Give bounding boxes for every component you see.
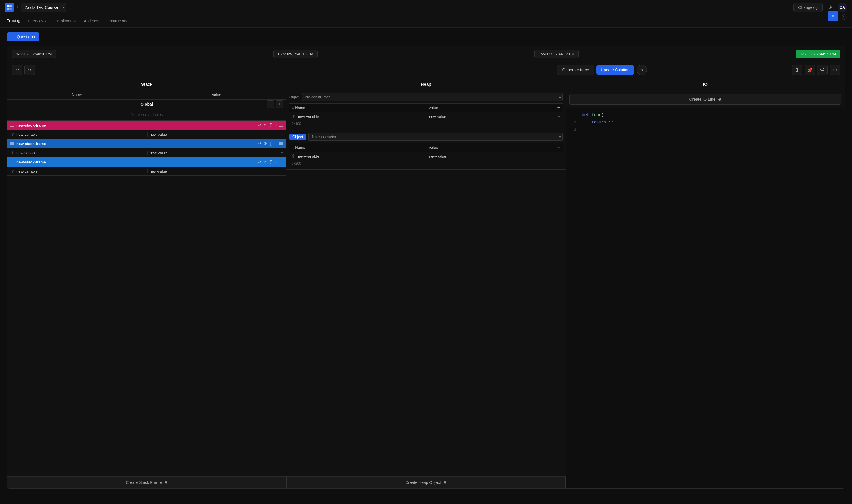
heap-col-value-1: Value: [426, 145, 557, 149]
frame-row-add-1[interactable]: +: [281, 150, 283, 155]
frame-json-icon-2[interactable]: {}: [270, 160, 272, 164]
frame-add-icon-2[interactable]: +: [275, 160, 277, 164]
close-button[interactable]: ✕: [637, 65, 647, 75]
frame-return-icon-0[interactable]: ↵: [258, 123, 261, 127]
io-content: Create IO Line ⊕ 1 def foo(): 2: [566, 90, 845, 488]
frame-refresh-icon-2[interactable]: ⟳: [264, 160, 267, 164]
heap-obj-constructor-1[interactable]: No constructor: [308, 133, 563, 141]
frame-drag-right-2[interactable]: [279, 161, 283, 163]
svg-rect-3: [10, 8, 12, 10]
heap-row-delete-1[interactable]: 🗑: [292, 154, 296, 159]
heap-object-1: Object No constructor ≡ Name Value +: [287, 130, 565, 170]
timeline-item-3[interactable]: 1/2/2025, 7:44:19 PM: [796, 50, 840, 58]
frame-row-delete-2[interactable]: 🗑: [10, 169, 14, 174]
nav-item-interviews[interactable]: Interviews: [28, 19, 46, 24]
nav-item-anticheat[interactable]: Anticheat: [84, 19, 101, 24]
frame-row-value-2: new-value: [148, 169, 281, 174]
heap-row-add-1[interactable]: +: [558, 154, 560, 159]
stack-col-headers: Name Value: [7, 90, 286, 100]
drag-handle-2[interactable]: [10, 161, 14, 163]
course-selector[interactable]: Zaid's Test Course ▾: [21, 3, 67, 12]
global-add-button[interactable]: +: [276, 101, 283, 108]
delete-button[interactable]: 🗑: [792, 65, 802, 75]
global-header: Global {} +: [7, 100, 286, 109]
code-line-1: 1 def foo():: [570, 112, 840, 119]
frame-drag-right-0[interactable]: [279, 124, 283, 127]
frame-header-2: new-stack-frame ↵ ⟳ {} +: [7, 157, 286, 166]
frame-refresh-icon-0[interactable]: ⟳: [264, 123, 267, 127]
heap-row-1: 🗑 new-variable new-value +: [289, 152, 563, 160]
heap-col-headers-0: ≡ Name Value +: [289, 103, 563, 112]
create-io-line-button[interactable]: Create IO Line ⊕: [569, 94, 841, 105]
settings-button[interactable]: ⚙: [830, 65, 840, 75]
heap-col-value-0: Value: [426, 106, 557, 110]
heap-row-delete-0[interactable]: 🗑: [292, 114, 296, 119]
pin-button[interactable]: 📌: [804, 65, 815, 75]
drag-handle-1[interactable]: [10, 142, 14, 145]
nav-item-tracing[interactable]: Tracing: [7, 18, 20, 24]
frame-add-icon-1[interactable]: +: [275, 141, 277, 146]
io-title: IO: [566, 78, 845, 90]
sun-settings-button[interactable]: 🌤: [817, 65, 828, 75]
heap-drag-1[interactable]: ≡: [292, 145, 294, 150]
heap-row-name-0: new-variable: [298, 114, 427, 119]
create-heap-object-button[interactable]: Create Heap Object ⊕: [287, 476, 565, 488]
toolbar-row: ↩ ↪ Generate trace Update Solution ✕ 🗑 📌…: [7, 62, 845, 78]
changelog-button[interactable]: Changelog: [793, 3, 823, 12]
heap-object-header-0: Object No constructor: [289, 93, 563, 101]
heap-col-add-0[interactable]: +: [557, 105, 560, 111]
heap-obj-tag-1[interactable]: Object: [289, 134, 306, 140]
generate-trace-button[interactable]: Generate trace: [557, 65, 594, 75]
frame-drag-right-1[interactable]: [279, 142, 283, 145]
heap-address-1: 0x200: [289, 160, 563, 166]
back-button[interactable]: ← Questions: [7, 32, 39, 41]
heap-drag-0[interactable]: ≡: [292, 106, 294, 110]
stack-panel: Stack Name Value Global {} + No global v…: [7, 78, 287, 488]
heap-title: Heap: [287, 78, 565, 90]
heap-col-name-0: Name: [295, 106, 426, 110]
stack-col-value: Value: [147, 90, 287, 99]
frame-row-value-0: new-value: [148, 132, 281, 137]
heap-row-add-0[interactable]: +: [558, 114, 560, 119]
frame-row-name-1: new-variable: [16, 151, 148, 155]
redo-button[interactable]: ↪: [24, 65, 35, 75]
nav-item-instructors[interactable]: Instructors: [109, 19, 127, 24]
timeline-item-1[interactable]: 1/2/2025, 7:40:18 PM: [273, 50, 318, 58]
slash-divider: /: [17, 4, 18, 10]
drag-handle-0[interactable]: [10, 124, 14, 127]
frame-return-icon-1[interactable]: ↵: [258, 141, 261, 146]
timeline-item-2[interactable]: 1/2/2025, 7:44:17 PM: [534, 50, 579, 58]
frame-refresh-icon-1[interactable]: ⟳: [264, 141, 267, 146]
frame-row-delete-1[interactable]: 🗑: [10, 150, 14, 155]
stack-frame-0: new-stack-frame ↵ ⟳ {} + 🗑 new-variable …: [7, 121, 286, 139]
frame-json-icon-1[interactable]: {}: [270, 141, 272, 146]
frame-row-add-0[interactable]: +: [281, 132, 283, 137]
edit-button[interactable]: ✏: [828, 11, 838, 21]
frame-json-icon-0[interactable]: {}: [270, 123, 272, 127]
frame-row-delete-0[interactable]: 🗑: [10, 132, 14, 137]
frame-row-add-2[interactable]: +: [281, 168, 283, 174]
svg-rect-2: [7, 8, 9, 10]
frame-row-name-2: new-variable: [16, 169, 148, 174]
heap-col-name-1: Name: [295, 145, 426, 149]
frame-return-icon-2[interactable]: ↵: [258, 160, 261, 164]
frame-row-value-1: new-value: [148, 151, 281, 155]
sub-nav: Tracing Interviews Enrollments Anticheat…: [0, 15, 852, 28]
global-json-button[interactable]: {}: [267, 101, 274, 108]
heap-row-name-1: new-variable: [298, 154, 427, 159]
undo-button[interactable]: ↩: [12, 65, 22, 75]
create-stack-frame-button[interactable]: Create Stack Frame ⊕: [7, 476, 286, 488]
avatar[interactable]: ZA: [838, 3, 847, 12]
no-global-vars: No global variables: [7, 109, 286, 120]
update-solution-button[interactable]: Update Solution: [596, 65, 634, 74]
timeline-item-0[interactable]: 1/2/2025, 7:40:16 PM: [12, 50, 56, 58]
stack-frame-1: new-stack-frame ↵ ⟳ {} + 🗑 new-variable …: [7, 139, 286, 157]
frame-row-0: 🗑 new-variable new-value +: [7, 130, 286, 139]
heap-panel: Heap Object No constructor ≡ Name: [287, 78, 566, 488]
course-select[interactable]: Zaid's Test Course: [21, 3, 67, 12]
heap-obj-constructor-0[interactable]: No constructor: [302, 93, 563, 101]
heap-object-0: Object No constructor ≡ Name Value +: [287, 90, 565, 130]
nav-item-enrollments[interactable]: Enrollments: [54, 19, 76, 24]
heap-col-add-1[interactable]: +: [557, 144, 560, 150]
frame-add-icon-0[interactable]: +: [275, 123, 277, 127]
